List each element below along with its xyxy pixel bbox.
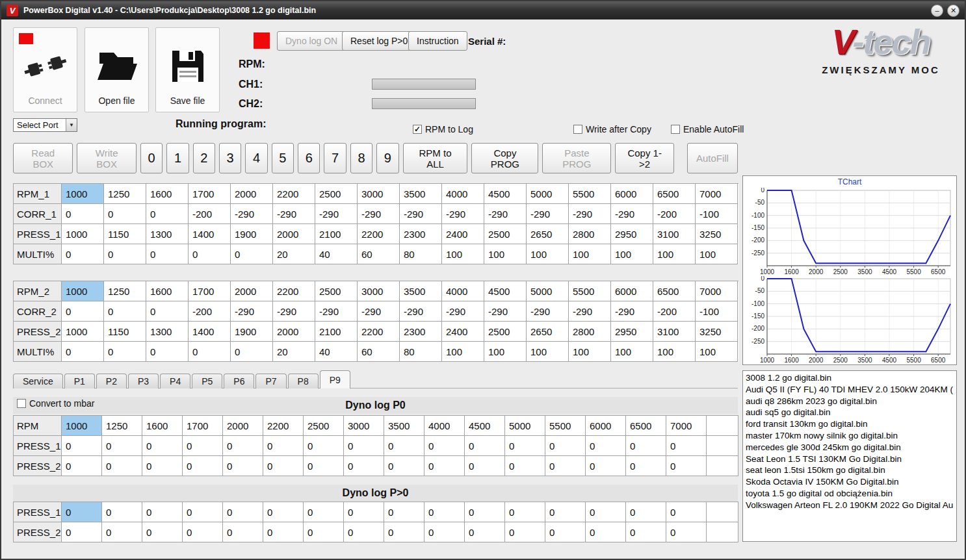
table-cell[interactable]: 2000: [273, 322, 315, 342]
tab-p1[interactable]: P1: [64, 374, 95, 388]
table-cell[interactable]: -290: [315, 204, 358, 224]
table-cell[interactable]: 5500: [569, 184, 611, 204]
table-cell[interactable]: 3250: [696, 322, 738, 342]
table-cell[interactable]: 3500: [384, 416, 424, 436]
table-cell[interactable]: 3100: [653, 322, 696, 342]
file-list-item[interactable]: audi q8 286km 2023 go digital.bin: [743, 396, 956, 407]
tab-p4[interactable]: P4: [160, 374, 190, 388]
table-cell[interactable]: 1600: [146, 281, 189, 301]
table-cell[interactable]: 7000: [666, 416, 707, 436]
table-cell[interactable]: 1000: [62, 281, 104, 301]
table-cell[interactable]: 0: [263, 436, 304, 456]
table-cell[interactable]: 0: [545, 502, 586, 522]
table-cell[interactable]: 0: [666, 436, 707, 456]
table-cell[interactable]: 0: [142, 502, 183, 522]
table-cell[interactable]: 1000: [62, 184, 104, 204]
table-cell[interactable]: 0: [263, 522, 304, 542]
table-cell[interactable]: 100: [527, 342, 569, 362]
table-cell[interactable]: 0: [465, 502, 505, 522]
table-cell[interactable]: 6500: [626, 416, 666, 436]
table-cell[interactable]: -290: [569, 301, 611, 322]
file-list-item[interactable]: Seat Leon 1.5 TSI 130KM Go Digital.bin: [743, 453, 956, 465]
table-cell[interactable]: 100: [569, 342, 611, 362]
table-cell[interactable]: 0: [384, 522, 424, 542]
table-cell[interactable]: 2100: [315, 224, 358, 244]
table-cell[interactable]: 0: [62, 301, 104, 322]
table-cell[interactable]: 0: [104, 301, 146, 322]
table-cell[interactable]: 0: [62, 204, 104, 224]
table-cell[interactable]: 0: [626, 522, 666, 542]
table-cell[interactable]: -290: [231, 204, 273, 224]
table-cell[interactable]: 0: [223, 436, 263, 456]
digit-6-button[interactable]: 6: [298, 143, 320, 173]
enable-autofill-checkbox[interactable]: Enable AutoFill: [671, 124, 744, 134]
table-cell[interactable]: 0: [183, 502, 223, 522]
table-cell[interactable]: 100: [569, 244, 611, 264]
table-cell[interactable]: 3250: [696, 224, 738, 244]
table-cell[interactable]: -290: [484, 301, 527, 322]
table-cell[interactable]: 4000: [442, 184, 484, 204]
file-list-item[interactable]: Volkswagen Arteon FL 2.0 190KM 2022 Go D…: [743, 500, 956, 511]
port-select[interactable]: Select Port ▼: [13, 118, 77, 132]
table-cell[interactable]: 0: [304, 456, 344, 476]
table-cell[interactable]: 1700: [189, 184, 231, 204]
table-cell[interactable]: 0: [183, 436, 223, 456]
table-cell[interactable]: 0: [142, 522, 183, 542]
table-cell[interactable]: 0: [626, 502, 666, 522]
table-cell[interactable]: 0: [424, 502, 465, 522]
digit-4-button[interactable]: 4: [245, 143, 267, 173]
table-cell[interactable]: 0: [146, 301, 189, 322]
table-cell[interactable]: 0: [62, 436, 102, 456]
table-cell[interactable]: 100: [442, 244, 484, 264]
file-list-item[interactable]: seat leon 1.5tsi 150km go digital.bin: [743, 465, 956, 476]
table-cell[interactable]: 4500: [484, 281, 527, 301]
table-cell[interactable]: 100: [484, 342, 527, 362]
table-cell[interactable]: 5000: [527, 281, 569, 301]
table-cell[interactable]: 1700: [189, 281, 231, 301]
table-cell[interactable]: 1400: [189, 322, 231, 342]
file-list-item[interactable]: mercedes gle 300d 245km go digital.bin: [743, 442, 956, 453]
table-cell[interactable]: -290: [611, 301, 653, 322]
table-cell[interactable]: 100: [527, 244, 569, 264]
table-cell[interactable]: 2000: [231, 184, 273, 204]
table-cell[interactable]: -290: [273, 301, 315, 322]
table-cell[interactable]: 0: [465, 456, 505, 476]
table-cell[interactable]: 1150: [104, 224, 146, 244]
table-cell[interactable]: 0: [424, 456, 465, 476]
table-cell[interactable]: 100: [696, 342, 738, 362]
copy-prog-button[interactable]: Copy PROG: [471, 143, 538, 173]
table-cell[interactable]: 1300: [146, 224, 189, 244]
table-cell[interactable]: 2300: [400, 322, 442, 342]
table-cell[interactable]: 2000: [273, 224, 315, 244]
table-cell[interactable]: 0: [146, 342, 189, 362]
table-cell[interactable]: 2650: [527, 322, 569, 342]
table-cell[interactable]: -290: [273, 204, 315, 224]
table-cell[interactable]: 0: [545, 522, 586, 542]
table-cell[interactable]: 2500: [304, 416, 344, 436]
table-cell[interactable]: 80: [400, 244, 442, 264]
table-cell[interactable]: -290: [231, 301, 273, 322]
table-cell[interactable]: 5500: [545, 416, 586, 436]
table-cell[interactable]: -100: [696, 204, 738, 224]
table-cell[interactable]: -290: [400, 301, 442, 322]
table-cell[interactable]: 2000: [231, 281, 273, 301]
table-cell[interactable]: 0: [102, 436, 142, 456]
table-cell[interactable]: 3000: [358, 281, 400, 301]
table-cell[interactable]: 5000: [505, 416, 545, 436]
rpm-to-all-button[interactable]: RPM to ALL: [403, 143, 468, 173]
table-cell[interactable]: 3500: [400, 184, 442, 204]
table-cell[interactable]: 0: [545, 436, 586, 456]
table-cell[interactable]: 2800: [569, 322, 611, 342]
table-cell[interactable]: -290: [611, 204, 653, 224]
table-cell[interactable]: 2500: [315, 184, 358, 204]
table-cell[interactable]: 100: [484, 244, 527, 264]
table-cell[interactable]: 1900: [231, 322, 273, 342]
table-cell[interactable]: 0: [304, 502, 344, 522]
table-cell[interactable]: 6500: [653, 281, 696, 301]
table-cell[interactable]: -290: [569, 204, 611, 224]
table-cell[interactable]: 0: [505, 502, 545, 522]
table-cell[interactable]: 0: [62, 342, 104, 362]
table-cell[interactable]: 2500: [315, 281, 358, 301]
table-cell[interactable]: 0: [666, 456, 707, 476]
digit-0-button[interactable]: 0: [140, 143, 163, 173]
